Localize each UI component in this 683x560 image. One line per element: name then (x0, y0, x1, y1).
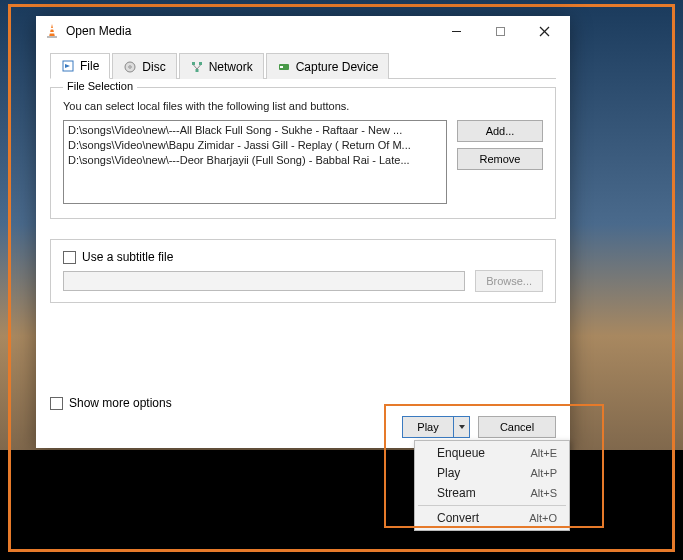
tab-network[interactable]: Network (179, 53, 264, 79)
file-list-item[interactable]: D:\songs\Video\new\---Deor Bharjayii (Fu… (68, 153, 442, 168)
menu-shortcut: Alt+P (530, 467, 557, 479)
cancel-label: Cancel (500, 421, 534, 433)
tab-file[interactable]: File (50, 53, 110, 79)
menu-separator (418, 505, 566, 506)
menu-label: Play (437, 466, 530, 480)
play-dropdown-menu: Enqueue Alt+E Play Alt+P Stream Alt+S Co… (414, 440, 570, 531)
file-list-item[interactable]: D:\songs\Video\new\Bapu Zimidar - Jassi … (68, 138, 442, 153)
network-icon (190, 60, 204, 74)
tab-disc[interactable]: Disc (112, 53, 176, 79)
svg-line-15 (193, 65, 197, 69)
minimize-button[interactable] (434, 16, 478, 46)
svg-rect-5 (496, 27, 504, 35)
file-icon (61, 59, 75, 73)
tab-label: Disc (142, 60, 165, 74)
tab-bar: File Disc Network Capture Device (50, 52, 556, 79)
browse-label: Browse... (486, 275, 532, 287)
close-button[interactable] (522, 16, 566, 46)
dialog-body: File Disc Network Capture Device File Se… (36, 46, 570, 448)
show-more-checkbox[interactable] (50, 397, 63, 410)
menu-item-convert[interactable]: Convert Alt+O (415, 508, 569, 528)
browse-button: Browse... (475, 270, 543, 292)
play-split-button[interactable]: Play (402, 416, 470, 438)
menu-shortcut: Alt+O (529, 512, 557, 524)
tab-label: Network (209, 60, 253, 74)
menu-label: Stream (437, 486, 530, 500)
svg-rect-1 (47, 36, 57, 38)
titlebar: Open Media (36, 16, 570, 46)
disc-icon (123, 60, 137, 74)
add-label: Add... (486, 125, 515, 137)
open-media-dialog: Open Media File Disc Network Capture Dev… (36, 16, 570, 448)
svg-marker-19 (459, 425, 465, 429)
menu-shortcut: Alt+S (530, 487, 557, 499)
svg-point-11 (129, 65, 131, 67)
dialog-actions: Play Cancel (50, 416, 556, 438)
svg-line-16 (197, 65, 201, 69)
svg-rect-3 (49, 32, 54, 34)
play-dropdown-toggle[interactable] (453, 417, 469, 437)
menu-label: Convert (437, 511, 529, 525)
subtitle-group: Use a subtitle file Browse... (50, 239, 556, 303)
menu-item-stream[interactable]: Stream Alt+S (415, 483, 569, 503)
remove-button[interactable]: Remove (457, 148, 543, 170)
tab-label: File (80, 59, 99, 73)
file-list[interactable]: D:\songs\Video\new\---All Black Full Son… (63, 120, 447, 204)
window-title: Open Media (66, 24, 131, 38)
tab-capture[interactable]: Capture Device (266, 53, 390, 79)
tab-label: Capture Device (296, 60, 379, 74)
svg-rect-14 (195, 69, 198, 72)
svg-rect-18 (280, 66, 283, 68)
vlc-cone-icon (44, 23, 60, 39)
svg-rect-12 (192, 62, 195, 65)
file-selection-hint: You can select local files with the foll… (63, 100, 543, 112)
add-button[interactable]: Add... (457, 120, 543, 142)
svg-rect-13 (199, 62, 202, 65)
file-selection-group: File Selection You can select local file… (50, 87, 556, 219)
maximize-button[interactable] (478, 16, 522, 46)
subtitle-label: Use a subtitle file (82, 250, 173, 264)
subtitle-checkbox[interactable] (63, 251, 76, 264)
file-selection-legend: File Selection (63, 80, 137, 92)
menu-item-enqueue[interactable]: Enqueue Alt+E (415, 443, 569, 463)
menu-shortcut: Alt+E (530, 447, 557, 459)
menu-label: Enqueue (437, 446, 530, 460)
menu-item-play[interactable]: Play Alt+P (415, 463, 569, 483)
svg-rect-2 (50, 28, 54, 30)
remove-label: Remove (480, 153, 521, 165)
svg-marker-0 (49, 24, 55, 37)
play-label: Play (403, 421, 453, 433)
cancel-button[interactable]: Cancel (478, 416, 556, 438)
file-list-item[interactable]: D:\songs\Video\new\---All Black Full Son… (68, 123, 442, 138)
show-more-label: Show more options (69, 396, 172, 410)
show-more-row: Show more options (50, 396, 556, 410)
subtitle-path-input[interactable] (63, 271, 465, 291)
capture-icon (277, 60, 291, 74)
